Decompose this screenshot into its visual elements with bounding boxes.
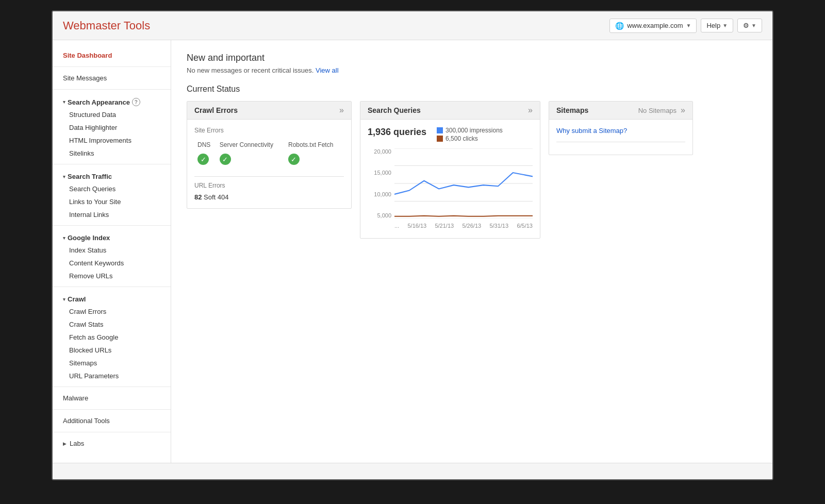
sitemaps-body: Why submit a Sitemap? [549, 120, 692, 155]
chart-svg [394, 148, 533, 219]
chart-x-labels: ... 5/16/13 5/21/13 5/26/13 5/31/13 6/5/… [394, 221, 533, 231]
sitemaps-header-right: No Sitemaps » [638, 106, 685, 115]
site-selector-chevron: ▼ [686, 23, 691, 28]
sitemaps-title: Sitemaps [556, 106, 588, 114]
search-queries-expand-icon[interactable]: » [528, 106, 533, 115]
no-messages-text: No new messages or recent critical issue… [187, 66, 757, 74]
sidebar-item-additional-tools[interactable]: Additional Tools [53, 414, 171, 428]
search-queries-body: 1,936 queries 300,000 impressions 6,500 … [360, 120, 540, 238]
triangle-icon-crawl: ▾ [63, 297, 65, 302]
crawl-label: Crawl [68, 295, 86, 303]
sidebar-item-labs[interactable]: ▶ Labs [53, 436, 171, 450]
sidebar-item-sitelinks[interactable]: Sitelinks [53, 147, 171, 160]
sidebar-item-index-status[interactable]: Index Status [53, 244, 171, 257]
robots-status: ✓ [285, 150, 344, 168]
impressions-dot [437, 127, 443, 133]
sidebar-section-crawl[interactable]: ▾ Crawl [53, 291, 171, 305]
y-label-0: 20,000 [368, 148, 393, 155]
sitemaps-expand-icon[interactable]: » [681, 106, 685, 115]
help-label: Help [706, 22, 720, 29]
sitemaps-card-header: Sitemaps No Sitemaps » [549, 102, 692, 120]
queries-legend: 300,000 impressions 6,500 clicks [437, 127, 503, 143]
y-label-2: 10,000 [368, 191, 393, 197]
sidebar-item-search-queries[interactable]: Search Queries [53, 182, 171, 195]
crawl-errors-title: Crawl Errors [194, 106, 238, 114]
x-label-5: 6/5/13 [517, 223, 533, 229]
chart-area: 20,000 15,000 10,000 5,000 [368, 148, 533, 231]
sidebar-item-sitemaps[interactable]: Sitemaps [53, 357, 171, 369]
sidebar-item-internal-links[interactable]: Internal Links [53, 208, 171, 221]
crawl-errors-card-header: Crawl Errors » [187, 102, 351, 120]
col-robots: Robots.txt Fetch [285, 139, 344, 150]
table-row: ✓ ✓ ✓ [194, 150, 344, 168]
sidebar-item-crawl-stats[interactable]: Crawl Stats [53, 318, 171, 331]
why-submit-sitemap-link[interactable]: Why submit a Sitemap? [556, 127, 627, 135]
sidebar-divider-4 [53, 225, 171, 226]
sidebar-item-malware[interactable]: Malware [53, 391, 171, 405]
crawl-errors-body: Site Errors DNS Server Connectivity Robo… [187, 120, 351, 208]
globe-icon: 🌐 [615, 22, 624, 30]
x-label-1: 5/16/13 [407, 223, 426, 229]
url-errors-divider [194, 176, 344, 177]
settings-chevron: ▼ [751, 23, 756, 28]
url-errors-label: URL Errors [194, 182, 344, 189]
url-error-count: 82 [194, 193, 202, 201]
sidebar-item-url-parameters[interactable]: URL Parameters [53, 369, 171, 382]
x-label-3: 5/26/13 [462, 223, 481, 229]
sidebar-item-structured-data[interactable]: Structured Data [53, 108, 171, 121]
sidebar-section-search-traffic[interactable]: ▾ Search Traffic [53, 169, 171, 182]
app-frame: Webmaster Tools 🌐 www.example.com ▼ Help… [52, 10, 773, 480]
view-all-link[interactable]: View all [316, 66, 339, 74]
clicks-label: 6,500 clicks [446, 135, 478, 142]
sidebar-item-html-improvements[interactable]: HTML Improvements [53, 134, 171, 147]
queries-count: 1,936 queries [368, 127, 426, 138]
sidebar-item-links-to-your-site[interactable]: Links to Your Site [53, 195, 171, 208]
labs-triangle-icon: ▶ [63, 441, 67, 446]
crawl-errors-card: Crawl Errors » Site Errors DNS Server Co… [187, 101, 352, 209]
new-important-title: New and important [187, 53, 757, 63]
site-url: www.example.com [627, 22, 683, 29]
url-error-value: 82 Soft 404 [194, 193, 344, 201]
content-area: New and important No new messages or rec… [171, 40, 772, 463]
google-index-label: Google Index [68, 234, 110, 242]
crawl-errors-expand-icon[interactable]: » [339, 106, 344, 115]
search-appearance-label: Search Appearance [68, 98, 130, 106]
cards-row: Crawl Errors » Site Errors DNS Server Co… [187, 101, 757, 239]
impressions-label: 300,000 impressions [446, 127, 503, 134]
sidebar-section-google-index[interactable]: ▾ Google Index [53, 230, 171, 244]
chart-y-labels: 20,000 15,000 10,000 5,000 [368, 148, 393, 219]
labs-label: Labs [70, 440, 84, 447]
settings-button[interactable]: ⚙ ▼ [737, 19, 762, 32]
footer-bar [53, 463, 772, 479]
help-circle-icon[interactable]: ? [132, 98, 140, 106]
help-button[interactable]: Help ▼ [701, 19, 733, 32]
sidebar-item-remove-urls[interactable]: Remove URLs [53, 270, 171, 282]
url-error-type: Soft 404 [204, 193, 228, 201]
sitemaps-card: Sitemaps No Sitemaps » Why submit a Site… [549, 101, 693, 155]
x-label-4: 5/31/13 [489, 223, 508, 229]
sidebar-divider-2 [53, 89, 171, 90]
triangle-icon-search-appearance: ▾ [63, 99, 65, 105]
sidebar-item-site-dashboard[interactable]: Site Dashboard [53, 48, 171, 62]
current-status-title: Current Status [187, 85, 757, 94]
site-selector[interactable]: 🌐 www.example.com ▼ [609, 19, 697, 33]
triangle-icon-google-index: ▾ [63, 236, 65, 241]
sidebar-divider-1 [53, 66, 171, 67]
sidebar-divider-6 [53, 387, 171, 387]
sidebar-divider-8 [53, 432, 171, 432]
clicks-dot [437, 136, 443, 142]
search-queries-card-header: Search Queries » [360, 102, 540, 120]
sidebar-item-crawl-errors[interactable]: Crawl Errors [53, 305, 171, 318]
sidebar-divider-5 [53, 287, 171, 287]
sidebar-section-search-appearance[interactable]: ▾ Search Appearance ? [53, 94, 171, 108]
sidebar-item-data-highlighter[interactable]: Data Highlighter [53, 121, 171, 134]
queries-summary: 1,936 queries 300,000 impressions 6,500 … [368, 127, 533, 143]
sidebar-item-fetch-as-google[interactable]: Fetch as Google [53, 331, 171, 344]
main-layout: Site Dashboard Site Messages ▾ Search Ap… [53, 40, 772, 463]
search-queries-title: Search Queries [368, 106, 421, 114]
sidebar-item-site-messages[interactable]: Site Messages [53, 71, 171, 85]
sidebar-item-blocked-urls[interactable]: Blocked URLs [53, 344, 171, 357]
sidebar-item-content-keywords[interactable]: Content Keywords [53, 257, 171, 270]
help-chevron: ▼ [722, 23, 728, 28]
x-label-2: 5/21/13 [435, 223, 454, 229]
